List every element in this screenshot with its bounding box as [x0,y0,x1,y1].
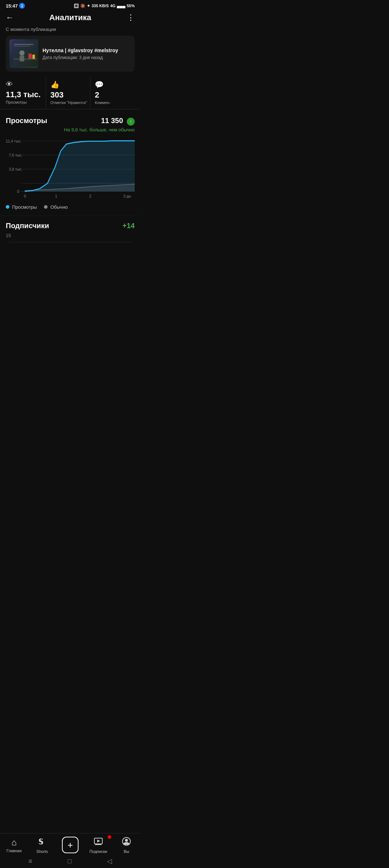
svg-text:0: 0 [24,194,26,198]
subtitle-label: С момента публикации [0,27,140,36]
subscribers-chart-label: 15 [6,233,135,238]
views-value-block: 11 350 ↑ [101,117,135,126]
legend-views: Просмотры [6,204,37,210]
views-value: 11,3 тыс. [6,90,46,99]
legend-normal-dot [44,205,48,209]
status-time: 15:47 [6,3,18,9]
svg-text:1: 1 [55,194,57,198]
video-title: Нутелла | #glavstroy #melstroy [43,47,131,54]
comments-value: 2 [95,90,135,100]
svg-text:0: 0 [17,189,19,194]
likes-label: Отметки "Нравится" [50,100,90,105]
stats-row: 👁 11,3 тыс. Просмотры 👍 303 Отметки "Нра… [0,77,140,109]
views-section-title: Просмотры [6,117,47,125]
svg-rect-8 [14,46,30,46]
signal-bars: ▄▄▄ [117,4,125,8]
legend-views-dot [6,205,9,209]
subscribers-value: +14 [122,222,135,230]
svg-rect-4 [20,55,24,61]
views-label: Просмотры [6,100,46,104]
video-info: Нутелла | #glavstroy #melstroy Дата публ… [43,47,131,60]
svg-rect-5 [28,54,32,59]
sound-icon: 🔕 [80,4,85,8]
bluetooth-icon: ✦ [87,4,90,8]
svg-text:11,4 тыс.: 11,4 тыс. [6,139,22,143]
stat-views: 👁 11,3 тыс. Просмотры [6,77,46,109]
views-up-badge: ↑ [127,118,135,126]
status-bar: 15:47 1 🔳 🔕 ✦ 335 KB/S 4G ▄▄▄ 55% [0,0,140,10]
likes-value: 303 [50,90,90,100]
svg-text:3 дн.: 3 дн. [123,194,132,198]
video-thumbnail [9,39,38,68]
svg-rect-7 [14,44,33,45]
svg-text:2: 2 [89,194,91,198]
battery-level: 55% [127,4,135,8]
stat-likes: 👍 303 Отметки "Нравится" [46,77,91,109]
eye-icon: 👁 [6,80,46,89]
comments-label: Коммен- [95,100,135,105]
back-button[interactable]: ← [6,13,19,22]
svg-point-3 [19,50,24,55]
views-section: Просмотры 11 350 ↑ На 9,8 тыс. больше, ч… [0,117,140,216]
svg-text:3,8 тыс.: 3,8 тыс. [9,167,22,171]
views-chart: 11,4 тыс. 7,6 тыс. 3,8 тыс. 0 0 1 2 3 дн… [6,137,135,202]
legend-normal: Обычно [44,204,68,210]
legend-normal-label: Обычно [50,204,68,210]
video-date: Дата публикации: 3 дня назад [43,55,131,60]
subscribers-header: Подписчики +14 [6,222,135,230]
page-title: Аналитика [19,13,122,22]
status-icons: 🔳 🔕 ✦ 335 KB/S 4G ▄▄▄ 55% [74,4,135,8]
stat-comments: 💬 2 Коммен- [90,77,135,109]
video-card[interactable]: Нутелла | #glavstroy #melstroy Дата публ… [6,36,135,72]
views-section-header: Просмотры 11 350 ↑ [6,117,135,126]
subscribers-title: Подписчики [6,222,49,230]
signal-strength: 335 KB/S [91,4,109,8]
top-nav: ← Аналитика ⋮ [0,10,140,27]
views-sublabel: На 9,8 тыс. больше, чем обычно [6,127,135,132]
subscribers-chart-partial [6,240,135,251]
subscribers-section: Подписчики +14 15 [0,216,140,256]
comment-icon: 💬 [95,80,135,89]
legend-views-label: Просмотры [12,204,37,210]
more-options-button[interactable]: ⋮ [122,13,135,22]
chart-legend: Просмотры Обычно [6,204,135,210]
nfc-icon: 🔳 [74,4,79,8]
views-total: 11 350 [101,117,123,125]
notification-badge: 1 [19,3,25,9]
svg-text:7,6 тыс.: 7,6 тыс. [9,153,22,157]
mobile-data-icon: 4G [110,4,116,8]
svg-rect-6 [32,55,35,59]
like-icon: 👍 [50,80,90,89]
